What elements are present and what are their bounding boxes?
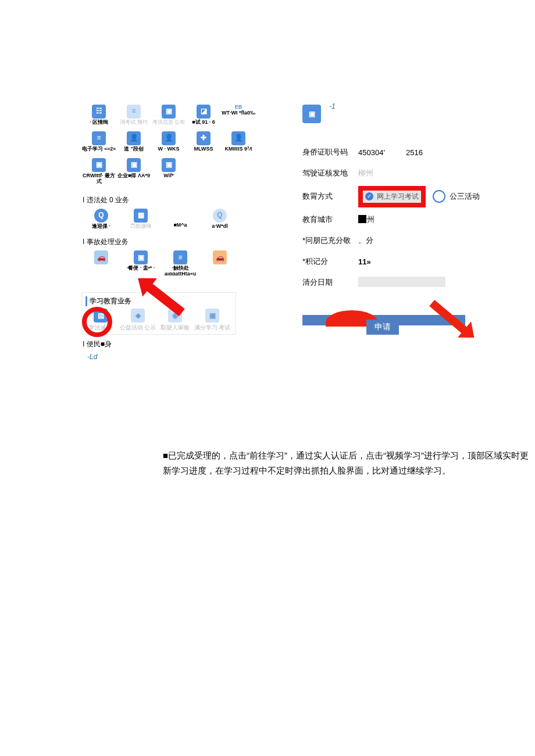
left-app-grid: ☷ · 区情绚 ≡ 消考试 预约 ▣ 考试信息 公布 ◪ ■试 91 · 6 E…	[81, 105, 262, 361]
app-item[interactable]: EB WT·WI *fla0‰	[221, 105, 256, 126]
box-icon: ▣	[134, 250, 148, 264]
study-label: 满分学习 考试	[194, 324, 231, 331]
app-item[interactable]: ✚MLWSS	[186, 131, 221, 152]
right-form-pane: ▣ -1 身侨证职号码 450304' 2516 驾驶证核发地 柳州	[302, 105, 500, 361]
value-credit: 。分	[358, 235, 475, 246]
instruction-paragraph: ■已完成受理的，点击“前往学习”，通过实人认证后，点击“视频学习”进行学习，顶部…	[163, 448, 535, 478]
label-city: 教育城市	[302, 214, 358, 225]
app-item[interactable]: ≡·触快处 aıααattHta«u	[160, 250, 200, 277]
app-label: 道 "段创	[116, 146, 151, 152]
app-label: 罚款缴纳	[121, 224, 160, 230]
application-form: 身侨证职号码 450304' 2516 驾驶证核发地 柳州 数冐方式	[302, 142, 500, 293]
id-part-a: 450304'	[358, 148, 385, 157]
user-icon: ◉	[168, 309, 182, 323]
person-icon: 👤	[162, 131, 176, 145]
list-icon: ≡	[92, 131, 106, 145]
app-label: · 区情绚	[81, 120, 116, 126]
note-minus1: -1	[329, 102, 336, 110]
date-input[interactable]	[358, 277, 445, 287]
app-item[interactable]: ▣Wif*	[151, 158, 186, 185]
app-label: ■试 91 · 6	[186, 120, 221, 126]
study-head: 学习教育业务	[85, 296, 236, 306]
label-date: 清分日期	[302, 277, 358, 288]
app-item[interactable]: ≡电子学习 «»2«	[81, 131, 116, 152]
label-id: 身侨证职号码	[302, 147, 358, 157]
car-icon: 🚗	[213, 250, 227, 264]
highlight-circle	[82, 307, 112, 337]
app-label: 电子学习 «»2«	[81, 146, 116, 152]
grid-row-4: Q逢迎倮 · ▦罚款缴纳 ■M^a Qa·W*dl	[81, 209, 241, 233]
app-item[interactable]: Qa·W*dl	[200, 209, 240, 230]
note-ld: -Ld	[87, 353, 262, 361]
label-method: 数冐方式	[302, 191, 358, 202]
calendar-icon: ☷	[92, 105, 106, 119]
app-item[interactable]: ▣企业■得 ΛA*9	[116, 158, 151, 185]
grid-row-1: ☷ · 区情绚 ≡ 消考试 预约 ▣ 考试信息 公布 ◪ ■试 91 · 6 E…	[81, 105, 256, 131]
section-accident: I 事故处理业务	[83, 237, 262, 247]
study-item[interactable]: ◉取驶人审验	[156, 309, 194, 332]
app-item[interactable]: 🚗	[81, 250, 121, 277]
app-label: CRWIttf· 最方式	[81, 173, 116, 185]
badge-icon: ◆	[131, 309, 145, 323]
list-icon: ≡	[173, 250, 187, 264]
grid-row-3: ▣CRWIttf· 最方式 ▣企业■得 ΛA*9 ▣Wif*	[81, 158, 256, 191]
app-label: ·餐便 · 盅•* ·	[121, 266, 160, 271]
button-bar: 申请	[302, 315, 465, 325]
app-item[interactable]: 👤W · WKS	[151, 131, 186, 152]
app-label: 消考试 预约	[116, 120, 151, 126]
study-label: 公益活动 公示	[120, 324, 156, 331]
apply-button[interactable]: 申请	[366, 320, 399, 335]
value-score: 11»	[358, 257, 475, 266]
cube-icon: ▣	[205, 309, 219, 323]
study-label: 取驶人审验	[160, 324, 190, 331]
app-item[interactable]: ▣CRWIttf· 最方式	[81, 158, 116, 185]
app-label: 企业■得 ΛA*9	[116, 173, 151, 179]
app-label: WT·WI *fla0‰	[221, 110, 256, 116]
value-id: 450304' 2516	[358, 148, 475, 157]
app-item[interactable]: 🚗	[200, 250, 240, 277]
app-item[interactable]: ▣·餐便 · 盅•* ·	[121, 250, 160, 277]
bag-icon: ▣	[162, 105, 176, 119]
cart-icon: ▣	[127, 158, 141, 172]
app-item[interactable]: ▦罚款缴纳	[121, 209, 160, 230]
doc-icon: ≡	[127, 105, 141, 119]
app-label: ■M^a	[160, 223, 200, 228]
study-item[interactable]: ◆公益活动 公示	[119, 309, 156, 332]
app-item[interactable]: 👤KMIIttS 9⁷⁄t	[221, 131, 256, 152]
method-selected-highlight[interactable]: ✓网上学习考试	[358, 186, 426, 207]
section-convenience: I 便民■身	[83, 339, 262, 349]
app-label: KMIIttS 9⁷⁄t	[221, 146, 256, 152]
cart-icon: ▣	[92, 158, 106, 172]
city-text: 州	[367, 215, 374, 224]
app-item[interactable]: 👤道 "段创	[116, 131, 151, 152]
person-icon: 👤	[231, 131, 245, 145]
app-item[interactable]: ≡ 消考试 预约	[116, 105, 151, 126]
person-icon: 👤	[127, 131, 141, 145]
method-selected: 网上学习考试	[377, 192, 419, 200]
grid-row-5: 🚗 ▣·餐便 · 盅•* · ≡·触快处 aıααattHta«u 🚗	[81, 250, 241, 281]
label-score: *积记分	[302, 256, 358, 267]
section-violations: I 违法处 0 业务	[83, 195, 262, 205]
app-label: a·W*dl	[200, 224, 240, 230]
label-issue: 驾驶证核发地	[302, 168, 358, 178]
app-label: MLWSS	[186, 146, 221, 152]
study-section: 学习教育业务 ▤学法减分 ◆公益活动 公示 ◉取驶人审验 ▣满分学习 考试	[81, 292, 236, 335]
value-issue: 柳州	[358, 169, 373, 177]
search-icon: Q	[94, 209, 108, 223]
camera-icon: ▣	[302, 105, 321, 123]
plus-icon: ✚	[197, 131, 211, 145]
app-item[interactable]: ■M^a	[160, 209, 200, 230]
app-item[interactable]: Q逢迎倮 ·	[81, 209, 121, 230]
check-icon: ✓	[365, 192, 373, 200]
id-part-b: 2516	[406, 148, 423, 157]
cart-icon: ▣	[162, 158, 176, 172]
app-item[interactable]: ▣ 考试信息 公布	[151, 105, 186, 126]
app-label: ·触快处 aıααattHta«u	[160, 266, 200, 277]
radio-alt[interactable]	[433, 190, 445, 203]
app-item[interactable]: ☷ · 区情绚	[81, 105, 116, 126]
app-item[interactable]: ◪ ■试 91 · 6	[186, 105, 221, 126]
value-city: 州	[358, 214, 475, 225]
study-item[interactable]: ▣满分学习 考试	[194, 309, 231, 332]
sheet-icon: ◪	[197, 105, 211, 119]
app-label: 逢迎倮 ·	[81, 224, 121, 230]
